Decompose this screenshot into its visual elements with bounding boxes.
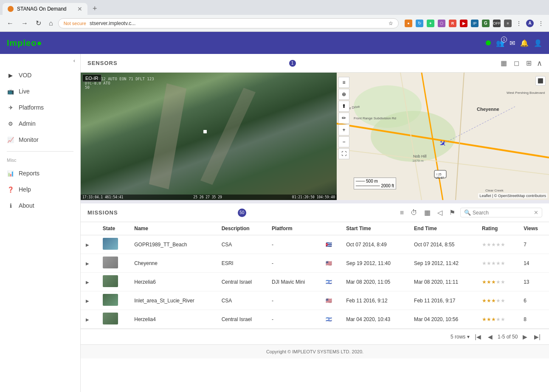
expand-icon[interactable]: ▶ (86, 317, 89, 322)
col-rating[interactable]: Rating (477, 222, 518, 235)
last-page-button[interactable]: ▶| (532, 333, 542, 341)
row-state (98, 310, 130, 329)
row-rating[interactable]: ★★★★★ (477, 310, 518, 329)
col-platform[interactable]: Platform (267, 222, 321, 235)
sidebar-item-admin[interactable]: ⚙ Admin (0, 116, 80, 132)
table-row[interactable]: ▶ Cheyenne ESRI - 🇺🇸 Sep 19 2012, 11:40 … (81, 254, 549, 273)
extension-icon-8[interactable]: G (482, 20, 490, 27)
map-menu-button[interactable]: ≡ (338, 77, 349, 88)
sidebar-item-about[interactable]: ℹ About (0, 197, 80, 214)
table-row[interactable]: ▶ Herzelia6 Central Israel DJI Mavic Min… (81, 273, 549, 291)
sidebar-item-platforms[interactable]: ✈ Platforms (0, 99, 80, 116)
star-rating[interactable]: ★★★★★ (482, 242, 505, 248)
extension-icon-3[interactable]: ✦ (427, 20, 434, 27)
row-rating[interactable]: ★★★★★ (477, 235, 518, 254)
star-icon[interactable]: ☆ (389, 20, 393, 26)
map-export-button[interactable]: ⬆ (338, 101, 349, 112)
row-rating[interactable]: ★★★★★ (477, 254, 518, 273)
row-flag: 🇺🇸 (321, 291, 341, 310)
table-row[interactable]: ▶ Inlet_area_St_Lucie_River CSA - 🇺🇸 Feb… (81, 291, 549, 310)
missions-tag-button[interactable]: ◁ (436, 207, 444, 218)
missions-filter-button[interactable]: ≡ (398, 207, 405, 218)
map-layers-button[interactable]: ⬛ (535, 76, 546, 86)
extension-icon-6[interactable]: ▶ (460, 20, 467, 27)
map-fullscreen-button[interactable]: ⛶ (338, 148, 349, 159)
row-end-time: Sep 19 2012, 11:42 (409, 254, 477, 273)
profile-icon[interactable]: 👤 (534, 39, 542, 47)
extension-icon-9[interactable]: OFF (493, 20, 501, 27)
col-start-time[interactable]: Start Time (341, 222, 409, 235)
expand-icon[interactable]: ▶ (86, 299, 89, 303)
search-clear-icon[interactable]: ✕ (534, 209, 538, 216)
star-rating[interactable]: ★★★★★ (482, 298, 505, 304)
sidebar-toggle-button[interactable]: ‹ (0, 54, 80, 67)
tab-close-button[interactable]: ✕ (77, 6, 82, 12)
prev-page-button[interactable]: ◀ (486, 333, 494, 341)
extension-icon-10[interactable]: ≡ (504, 20, 512, 27)
map-container[interactable]: I 25 US 87 Cheyenne Nob Hill 1879 m ✈ Mi… (337, 73, 549, 200)
row-expand-cell[interactable]: ▶ (81, 235, 98, 254)
sidebar-item-help[interactable]: ❓ Help (0, 181, 80, 197)
row-expand-cell[interactable]: ▶ (81, 291, 98, 310)
extension-icon-4[interactable]: ⬡ (438, 20, 445, 27)
star-rating[interactable]: ★★★★★ (482, 260, 505, 266)
rows-per-page[interactable]: 5 rows ▾ (450, 334, 470, 340)
sensors-map-button[interactable]: ◻ (512, 57, 521, 69)
row-expand-cell[interactable]: ▶ (81, 273, 98, 291)
forward-button[interactable]: → (19, 18, 31, 29)
row-rating[interactable]: ★★★★★ (477, 291, 518, 310)
map-zoom-out-button[interactable]: − (338, 136, 349, 147)
next-page-button[interactable]: ▶ (521, 333, 529, 341)
extension-icon-5[interactable]: R (449, 20, 456, 27)
search-input[interactable] (473, 210, 532, 216)
status-indicator (486, 40, 491, 45)
table-row[interactable]: ▶ Herzelia4 Central Israel - 🇮🇱 Mar 04 2… (81, 310, 549, 329)
first-page-button[interactable]: |◀ (473, 333, 483, 341)
star-rating[interactable]: ★★★★★ (482, 279, 505, 285)
profile-button[interactable]: A (526, 20, 534, 27)
back-button[interactable]: ← (4, 18, 16, 29)
extensions-button[interactable]: ⋮ (515, 20, 523, 27)
new-tab-button[interactable]: + (89, 3, 101, 15)
star-rating[interactable]: ★★★★★ (482, 316, 505, 322)
sensors-collapse-button[interactable]: ∧ (537, 59, 542, 68)
row-expand-cell[interactable]: ▶ (81, 310, 98, 329)
menu-button[interactable]: ⋮ (537, 20, 545, 27)
map-crosshair-button[interactable]: ⊕ (338, 89, 349, 100)
users-icon[interactable]: 👥 1 (496, 39, 504, 47)
sensors-grid-button[interactable]: ▦ (499, 57, 509, 69)
extension-icon-1[interactable]: ● (405, 20, 412, 27)
extension-icon-2[interactable]: ↻ (416, 20, 423, 27)
sensors-layout-button[interactable]: ⊞ (524, 57, 533, 69)
sidebar-item-monitor[interactable]: 📈 Monitor (0, 132, 80, 148)
extension-icon-7[interactable]: IP (471, 20, 479, 27)
address-bar[interactable]: Not secure stserver.impleotv.c... ☆ (58, 18, 399, 28)
active-tab[interactable]: STANAG On Demand ✕ (3, 3, 87, 15)
sidebar-item-vod[interactable]: ▶ VOD (0, 67, 80, 83)
expand-icon[interactable]: ▶ (86, 243, 89, 247)
video-time-left: 17:33:04.1 461:54:41 (82, 195, 123, 199)
reload-button[interactable]: ↻ (33, 17, 44, 29)
map-zoom-in-button[interactable]: + (338, 124, 349, 135)
notification-icon[interactable]: 🔔 (520, 39, 529, 47)
mail-icon[interactable]: ✉ (510, 39, 515, 47)
rows-dropdown-icon[interactable]: ▾ (467, 334, 470, 340)
row-expand-cell[interactable]: ▶ (81, 254, 98, 273)
col-state[interactable]: State (98, 222, 130, 235)
missions-clock-button[interactable]: ⏱ (409, 207, 419, 218)
missions-flag-button[interactable]: ⚑ (448, 207, 457, 218)
expand-icon[interactable]: ▶ (86, 261, 89, 266)
col-end-time[interactable]: End Time (409, 222, 477, 235)
col-description[interactable]: Description (217, 222, 267, 235)
map-draw-button[interactable]: ✏ (338, 113, 349, 124)
missions-table-button[interactable]: ▦ (422, 207, 432, 218)
row-rating[interactable]: ★★★★★ (477, 273, 518, 291)
home-button[interactable]: ⌂ (46, 18, 56, 29)
col-name[interactable]: Name (129, 222, 216, 235)
expand-icon[interactable]: ▶ (86, 280, 89, 285)
col-views[interactable]: Views (518, 222, 549, 235)
missions-search-box[interactable]: 🔍 ✕ (460, 208, 542, 217)
sidebar-item-live[interactable]: 📺 Live (0, 83, 80, 99)
table-row[interactable]: ▶ GOPR1989_TT_Beach CSA - 🇨🇺 Oct 07 2014… (81, 235, 549, 254)
sidebar-item-reports[interactable]: 📊 Reports (0, 165, 80, 181)
